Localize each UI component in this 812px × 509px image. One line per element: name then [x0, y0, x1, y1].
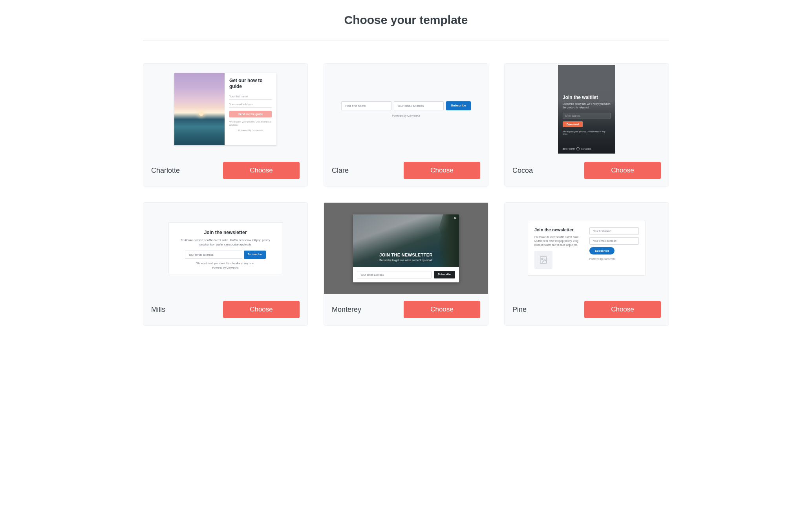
preview-input: Your email address	[589, 237, 639, 245]
template-card-charlotte: Get our how to guide Your first name You…	[143, 63, 308, 187]
preview-note: We respect your privacy. Unsubscribe at …	[563, 130, 611, 135]
preview-button: Subscribe	[434, 271, 455, 278]
preview-input: Your first name	[341, 101, 391, 110]
preview-input: Your first name	[589, 227, 639, 235]
preview-description: Fruitcake dessert soufflé carrot cake. M…	[534, 235, 584, 247]
svg-rect-0	[540, 256, 547, 263]
page-title: Choose your template	[143, 8, 669, 40]
image-placeholder-icon	[534, 251, 552, 269]
template-grid: Get our how to guide Your first name You…	[143, 63, 669, 326]
preview-subheading: Subscribe to get our latest content by e…	[379, 259, 433, 262]
preview-input: Your email address	[394, 101, 444, 110]
choose-button[interactable]: Choose	[404, 301, 480, 318]
template-name: Pine	[512, 306, 527, 314]
preview-image	[436, 214, 459, 267]
close-icon: ✕	[454, 216, 457, 220]
preview-heading: Join the newsletter	[177, 230, 273, 235]
preview-heading: Join the newsletter	[534, 227, 584, 232]
preview-input: Email address	[563, 113, 611, 119]
preview-powered: Powered by ConvertKit	[341, 114, 471, 117]
preview-note: We won't send you spam. Unsubscribe at a…	[177, 262, 273, 265]
template-preview: Join the newsletter Fruitcake dessert so…	[143, 203, 307, 294]
preview-subheading: Subscribe below and we'll notify you whe…	[563, 103, 611, 110]
template-name: Charlotte	[151, 167, 180, 175]
preview-powered: Powered by ConvertKit	[177, 266, 273, 269]
preview-powered: BUILT WITH ConvertKit	[563, 147, 591, 150]
preview-powered: Powered By ConvertKit	[229, 129, 272, 132]
preview-description: Fruitcake dessert soufflé carrot cake. M…	[177, 238, 273, 247]
template-name: Mills	[151, 306, 165, 314]
preview-heading: Get our how to guide	[229, 78, 272, 90]
template-name: Monterey	[332, 306, 361, 314]
preview-button: Download	[563, 121, 583, 127]
template-card-pine: Join the newsletter Fruitcake dessert so…	[504, 202, 669, 326]
preview-button: Subscribe	[589, 247, 614, 255]
preview-heading: Join the waitlist	[563, 95, 611, 100]
template-card-clare: Your first name Your email address Subsc…	[324, 63, 488, 187]
preview-powered: Powered by ConvertKit	[589, 258, 639, 260]
template-name: Clare	[332, 167, 349, 175]
template-preview: ✕ JOIN THE NEWSLETTER Subscribe to get o…	[324, 203, 488, 294]
preview-input: Your email address	[357, 271, 432, 278]
template-card-cocoa: Join the waitlist Subscribe below and we…	[504, 63, 669, 187]
template-preview: Join the newsletter Fruitcake dessert so…	[505, 203, 669, 294]
template-preview: Get our how to guide Your first name You…	[143, 64, 307, 155]
template-preview: Join the waitlist Subscribe below and we…	[505, 64, 669, 155]
choose-button[interactable]: Choose	[223, 301, 300, 318]
logo-icon	[576, 147, 580, 150]
preview-heading: JOIN THE NEWSLETTER	[379, 253, 432, 257]
preview-input: Your email address	[185, 251, 242, 259]
template-card-mills: Join the newsletter Fruitcake dessert so…	[143, 202, 308, 326]
preview-input: Your email address	[229, 101, 272, 108]
template-card-monterey: ✕ JOIN THE NEWSLETTER Subscribe to get o…	[324, 202, 488, 326]
preview-button: Subscribe	[244, 251, 266, 259]
preview-image	[174, 73, 225, 145]
preview-button: Subscribe	[446, 101, 471, 110]
choose-button[interactable]: Choose	[584, 162, 661, 179]
choose-button[interactable]: Choose	[223, 162, 300, 179]
choose-button[interactable]: Choose	[404, 162, 480, 179]
svg-point-1	[541, 258, 543, 260]
preview-input: Your first name	[229, 93, 272, 100]
preview-button: Send me the guide	[229, 111, 272, 117]
template-preview: Your first name Your email address Subsc…	[324, 64, 488, 155]
choose-button[interactable]: Choose	[584, 301, 661, 318]
template-name: Cocoa	[512, 167, 533, 175]
preview-note: We respect your privacy. Unsubscribe at …	[229, 121, 272, 127]
